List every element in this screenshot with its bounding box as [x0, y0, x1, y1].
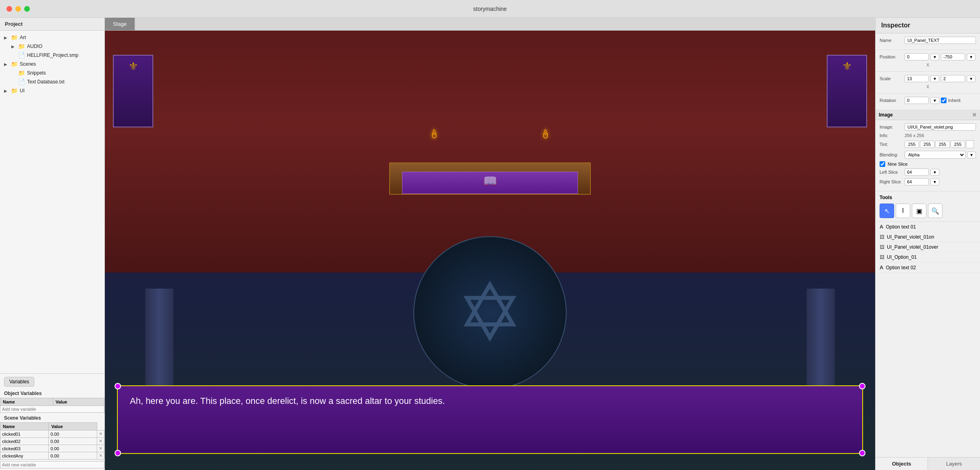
- tree-item-hellfire[interactable]: ▶ 📄 HELLFIRE_Project.smp: [0, 51, 104, 60]
- scene-var-row: ✕: [0, 445, 104, 452]
- scene-var-col-name: Name: [0, 423, 49, 430]
- list-item[interactable]: 🖼 UI_Option_01: [876, 252, 980, 262]
- scene-var-value-input[interactable]: [50, 453, 95, 458]
- tool-select-button[interactable]: ↖: [880, 204, 894, 218]
- right-slice-label: Right Slice: [880, 179, 903, 184]
- rotation-input[interactable]: [905, 97, 929, 104]
- tint-r-input[interactable]: [905, 141, 919, 148]
- position-row: Position ▼ ▼: [880, 53, 976, 60]
- maximize-button[interactable]: [24, 6, 30, 12]
- image-section-header: Image ✕: [876, 110, 980, 120]
- tint-g-input[interactable]: [920, 141, 934, 148]
- tree-item-art[interactable]: ▶ 📁 Art: [0, 33, 104, 42]
- tree-item-ui[interactable]: ▶ 📁 UI: [0, 86, 104, 95]
- handle-bottom-left[interactable]: [115, 450, 121, 456]
- right-slice-dropdown[interactable]: ▼: [930, 179, 939, 185]
- scale-y-input[interactable]: [941, 75, 965, 82]
- scene-var-value-input[interactable]: [50, 439, 95, 444]
- text-panel-overlay[interactable]: Ah, here you are. This place, once derel…: [117, 385, 863, 454]
- tree-label-snippets: Snippets: [27, 70, 46, 76]
- scale-x-input[interactable]: [905, 75, 929, 82]
- inherit-checkbox[interactable]: [941, 98, 947, 103]
- image-fields-section: Image: Info: 256 x 256 Tint:: [876, 120, 980, 191]
- tool-text-button[interactable]: I: [896, 204, 910, 218]
- folder-icon-scenes: 📁: [11, 61, 18, 67]
- list-item[interactable]: A Option text 02: [876, 262, 980, 273]
- rotation-dropdown[interactable]: ▼: [930, 97, 939, 104]
- title-bar: storymachine: [0, 0, 980, 18]
- image-section-label: Image: [879, 112, 893, 118]
- stage-tab[interactable]: Stage: [105, 18, 135, 30]
- nine-slice-checkbox[interactable]: [880, 161, 885, 167]
- tree-label-art: Art: [20, 35, 26, 40]
- stage-canvas[interactable]: ⚜ ⚜ 📖 ✡: [105, 31, 875, 470]
- scene-var-value-input[interactable]: [50, 432, 95, 437]
- scale-x-dropdown[interactable]: ▼: [930, 75, 939, 82]
- file-tree: ▶ 📁 Art ▶ 📁 AUDIO ▶ 📄 HELLFIRE_Project.s…: [0, 31, 104, 373]
- scale-y-dropdown[interactable]: ▼: [967, 75, 976, 82]
- image-file-row: Image:: [880, 123, 976, 131]
- bottom-tabs: Objects Layers: [876, 457, 980, 470]
- tint-b-input[interactable]: [935, 141, 950, 148]
- scene-var-value-input[interactable]: [50, 446, 95, 451]
- scene-var-name-input[interactable]: [2, 439, 47, 444]
- scene-var-delete[interactable]: ✕: [97, 438, 104, 445]
- obj-var-add-input[interactable]: [2, 407, 102, 412]
- tool-search-button[interactable]: 🔍: [928, 204, 942, 218]
- position-x-dropdown[interactable]: ▼: [930, 54, 939, 60]
- position-x-input[interactable]: [905, 53, 929, 60]
- scene-var-name-input[interactable]: [2, 453, 47, 458]
- handle-bottom-right[interactable]: [859, 450, 865, 456]
- blending-row: Blending: Alpha Additive Multiply ▼: [880, 151, 976, 159]
- tree-label-audio: AUDIO: [27, 44, 42, 49]
- tree-item-snippets[interactable]: ▶ 📁 Snippets: [0, 69, 104, 77]
- scene-variables-label: Scene Variables: [0, 414, 104, 422]
- tool-image-button[interactable]: ▣: [912, 204, 926, 218]
- image-section-close[interactable]: ✕: [972, 112, 977, 118]
- scale-label: Scale: [880, 76, 903, 81]
- tree-label-textdb: Text Database.txt: [27, 79, 65, 85]
- minimize-button[interactable]: [15, 6, 21, 12]
- scene-var-delete[interactable]: ✕: [97, 430, 104, 438]
- tree-item-textdb[interactable]: ▶ 📄 Text Database.txt: [0, 77, 104, 86]
- right-slice-input[interactable]: [905, 178, 929, 185]
- tab-objects[interactable]: Objects: [876, 458, 928, 470]
- blending-dropdown[interactable]: ▼: [967, 152, 976, 158]
- candle-right: 🕯: [540, 127, 552, 141]
- main-layout: Project ▶ 📁 Art ▶ 📁 AUDIO ▶ 📄 HELLFIRE_P…: [0, 18, 980, 470]
- handle-top-left[interactable]: [115, 383, 121, 389]
- position-y-dropdown[interactable]: ▼: [967, 54, 976, 60]
- folder-icon-snippets: 📁: [18, 70, 25, 76]
- image-label: Image:: [880, 125, 903, 129]
- image-input[interactable]: [905, 123, 976, 131]
- name-input[interactable]: [905, 37, 976, 44]
- left-slice-dropdown[interactable]: ▼: [930, 169, 939, 176]
- position-y-input[interactable]: [941, 53, 965, 60]
- inherit-label: Inherit: [948, 98, 972, 103]
- tree-item-audio[interactable]: ▶ 📁 AUDIO: [0, 42, 104, 51]
- tree-item-scenes[interactable]: ▶ 📁 Scenes: [0, 60, 104, 69]
- scene-var-add-input[interactable]: [2, 462, 102, 467]
- left-slice-input[interactable]: [905, 168, 929, 176]
- objects-list: A Option text 01 🖼 UI_Panel_violet_01on …: [876, 222, 980, 457]
- scene-var-delete[interactable]: ✕: [97, 452, 104, 460]
- nine-slice-label: Nine Slice: [888, 162, 908, 166]
- tint-a-input[interactable]: [951, 141, 965, 148]
- list-item[interactable]: A Option text 01: [876, 222, 980, 232]
- list-item[interactable]: 🖼 UI_Panel_violet_01on: [876, 232, 980, 242]
- close-button[interactable]: [6, 6, 12, 12]
- tree-label-scenes: Scenes: [20, 61, 36, 67]
- scene-var-name-input[interactable]: [2, 432, 47, 437]
- position-x-label: X: [880, 63, 976, 67]
- handle-top-right[interactable]: [859, 383, 865, 389]
- variables-button[interactable]: Variables: [4, 377, 34, 387]
- stage-tab-bar: Stage: [105, 18, 875, 31]
- scene-var-name-input[interactable]: [2, 446, 47, 451]
- blending-label: Blending:: [880, 152, 903, 157]
- object-label: UI_Option_01: [887, 254, 917, 260]
- tab-layers[interactable]: Layers: [928, 458, 980, 470]
- candle-left: 🕯: [428, 127, 440, 141]
- blending-select[interactable]: Alpha Additive Multiply: [905, 151, 965, 159]
- scene-var-delete[interactable]: ✕: [97, 445, 104, 452]
- list-item[interactable]: 🖼 UI_Panel_violet_01over: [876, 242, 980, 252]
